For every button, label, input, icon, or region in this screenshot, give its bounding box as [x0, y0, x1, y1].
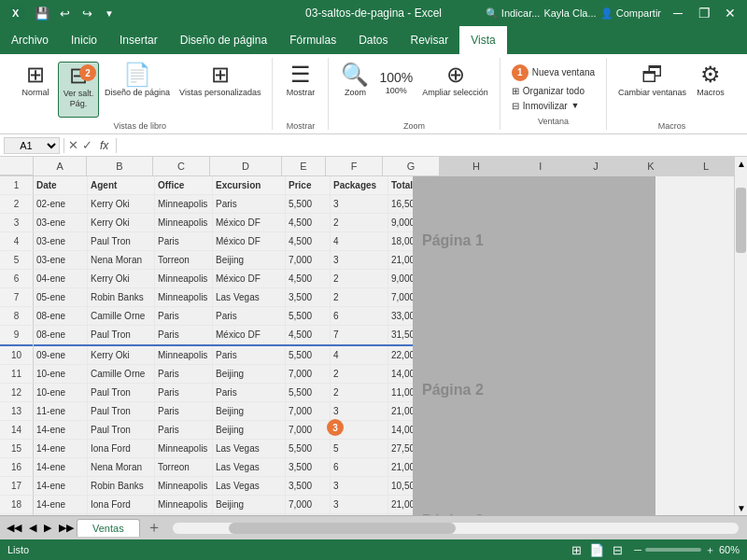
- col-header-d[interactable]: D: [210, 157, 282, 175]
- page-break-view-button[interactable]: 2 ⊟ Ver salt.Pág.: [58, 62, 99, 118]
- undo-button[interactable]: ↩: [54, 3, 75, 23]
- cell[interactable]: 3: [331, 195, 388, 214]
- cell[interactable]: 14-ene: [34, 477, 88, 496]
- tab-insertar[interactable]: Insertar: [108, 26, 169, 54]
- cell[interactable]: 7,000: [286, 402, 331, 421]
- cell[interactable]: 4,500: [286, 326, 331, 344]
- cell[interactable]: 11-ene: [34, 402, 88, 421]
- cell[interactable]: Minneapolis: [155, 346, 213, 365]
- cell[interactable]: 10-ene: [34, 384, 88, 402]
- cell[interactable]: Beijing: [213, 251, 286, 270]
- cell[interactable]: Las Vegas: [213, 477, 286, 496]
- cell[interactable]: Paris: [155, 307, 213, 326]
- cell[interactable]: 3: [331, 496, 388, 514]
- cell[interactable]: México DF: [213, 326, 286, 344]
- cell[interactable]: 2: [331, 384, 388, 402]
- cell[interactable]: 7,000: [286, 251, 331, 270]
- col-header-a[interactable]: A: [34, 157, 87, 175]
- cell[interactable]: 10-ene: [34, 365, 88, 384]
- cell[interactable]: Paul Tron: [88, 384, 155, 402]
- zoom-in-button[interactable]: ＋: [705, 543, 715, 557]
- cell[interactable]: 5,500: [286, 195, 331, 214]
- formula-input[interactable]: [120, 140, 743, 151]
- cell[interactable]: Iona Ford: [88, 496, 155, 514]
- cell[interactable]: 4,500: [286, 214, 331, 232]
- cell[interactable]: Paul Tron: [88, 326, 155, 344]
- h-scrollbar-area[interactable]: [164, 522, 747, 535]
- cell[interactable]: Beijing: [213, 421, 286, 440]
- cell[interactable]: 04-ene: [34, 270, 88, 288]
- cell[interactable]: 02-ene: [34, 195, 88, 214]
- col-header-j[interactable]: J: [569, 157, 624, 175]
- cell[interactable]: Paris: [155, 402, 213, 421]
- customize-qa-button[interactable]: ▼: [99, 3, 120, 23]
- tab-formulas[interactable]: Fórmulas: [278, 26, 347, 54]
- cell[interactable]: Camille Orne: [88, 365, 155, 384]
- grid-scroll-area[interactable]: A B C D E F G H I J K L 1234567891011121…: [0, 157, 734, 515]
- cell[interactable]: Robin Banks: [88, 288, 155, 307]
- col-header-k[interactable]: K: [624, 157, 679, 175]
- cell[interactable]: Las Vegas: [213, 514, 286, 515]
- cell[interactable]: 08-ene: [34, 307, 88, 326]
- zoom-100-button[interactable]: 100% 100%: [375, 62, 416, 118]
- confirm-formula-icon[interactable]: ✓: [82, 138, 92, 152]
- cell[interactable]: Minneapolis: [155, 288, 213, 307]
- vertical-scrollbar[interactable]: ▲ ▼: [734, 157, 747, 515]
- cell[interactable]: 2: [331, 288, 388, 307]
- page-break-status-button[interactable]: ⊟: [608, 541, 627, 558]
- cell[interactable]: Agent: [88, 176, 155, 195]
- horizontal-scrollbar[interactable]: [172, 522, 740, 535]
- cell[interactable]: 14-ene: [34, 440, 88, 458]
- cell[interactable]: Beijing: [213, 365, 286, 384]
- cell[interactable]: Kerry Oki: [88, 195, 155, 214]
- cell[interactable]: 3,500: [286, 458, 331, 477]
- inmovilizar-button[interactable]: ⊟ Inmovilizar ▼: [508, 99, 599, 113]
- cell[interactable]: Paris: [155, 232, 213, 251]
- cell[interactable]: 3,500: [286, 477, 331, 496]
- zoom-button[interactable]: 🔍 Zoom: [336, 62, 374, 118]
- zoom-out-button[interactable]: ─: [634, 544, 641, 555]
- cell[interactable]: Paul Tron: [88, 421, 155, 440]
- cell[interactable]: Beijing: [213, 402, 286, 421]
- cell[interactable]: 6: [331, 458, 388, 477]
- share-button[interactable]: 👤 Compartir: [600, 7, 661, 20]
- cell[interactable]: Robin Banks: [88, 477, 155, 496]
- cell[interactable]: Price: [286, 176, 331, 195]
- cell[interactable]: Paris: [213, 195, 286, 214]
- page-layout-button[interactable]: 📄 Diseño de página: [101, 62, 174, 118]
- zoom-slider[interactable]: [645, 548, 701, 552]
- cell[interactable]: 5,500: [286, 307, 331, 326]
- col-header-l[interactable]: L: [679, 157, 734, 175]
- cell[interactable]: Minneapolis: [155, 496, 213, 514]
- cell[interactable]: Kerry Oki: [88, 346, 155, 365]
- cell[interactable]: 14-ene: [34, 458, 88, 477]
- cell[interactable]: Kerry Oki: [88, 270, 155, 288]
- col-header-f[interactable]: F: [326, 157, 383, 175]
- cell[interactable]: 2: [331, 270, 388, 288]
- cell[interactable]: Paris: [155, 365, 213, 384]
- cell[interactable]: 09-ene: [34, 346, 88, 365]
- cell[interactable]: 5,500: [286, 440, 331, 458]
- cell[interactable]: Torreon: [155, 458, 213, 477]
- minimize-button[interactable]: ─: [669, 4, 687, 22]
- cell[interactable]: 3: [331, 251, 388, 270]
- custom-views-button[interactable]: ⊞ Vistas personalizadas: [176, 62, 264, 118]
- cell[interactable]: 14-ene: [34, 421, 88, 440]
- cell[interactable]: Paris: [213, 346, 286, 365]
- close-button[interactable]: ✕: [721, 4, 740, 22]
- cell[interactable]: 05-ene: [34, 288, 88, 307]
- col-header-b[interactable]: B: [87, 157, 153, 175]
- cell[interactable]: México DF: [213, 270, 286, 288]
- restore-button[interactable]: ❐: [695, 4, 713, 22]
- cell[interactable]: Paris: [155, 326, 213, 344]
- cell[interactable]: Iona Ford: [88, 440, 155, 458]
- cell[interactable]: 14-ene: [34, 496, 88, 514]
- scroll-up-button[interactable]: ▲: [735, 157, 747, 171]
- cell[interactable]: Paris: [213, 307, 286, 326]
- cell[interactable]: Excursion: [213, 176, 286, 195]
- sheet-tab-ventas[interactable]: Ventas: [77, 519, 140, 537]
- organizar-button[interactable]: ⊞ Organizar todo: [508, 84, 599, 98]
- cell[interactable]: Las Vegas: [213, 440, 286, 458]
- h-scroll-thumb[interactable]: [229, 523, 456, 534]
- cell[interactable]: 7,000: [286, 496, 331, 514]
